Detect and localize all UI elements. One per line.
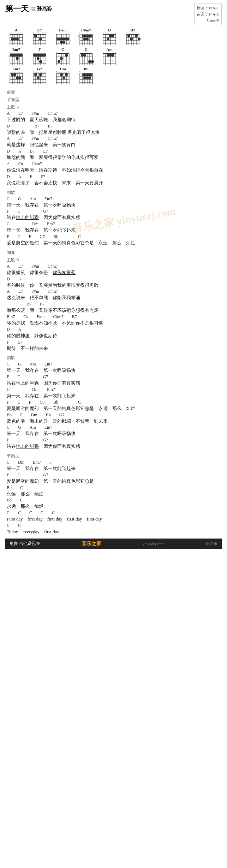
chord-line: A E7 F#m C#m7 bbox=[7, 264, 220, 269]
lyric: 尴尬的我 看 爱哭得很犟学的你其实很可爱 bbox=[7, 154, 220, 161]
chord-line: F C G7 bbox=[7, 374, 220, 380]
svg-rect-117 bbox=[33, 54, 46, 57]
svg-point-87 bbox=[127, 34, 130, 37]
svg-text:○: ○ bbox=[68, 52, 70, 54]
section-rhythm: 节奏型 bbox=[7, 97, 220, 103]
svg-point-27 bbox=[39, 37, 42, 40]
svg-point-132 bbox=[58, 60, 60, 63]
svg-point-222 bbox=[86, 76, 89, 79]
svg-rect-42 bbox=[56, 38, 69, 40]
section-verse-a: 主歌 A bbox=[7, 104, 220, 110]
svg-point-190 bbox=[34, 73, 37, 76]
lyric: 期待 不一样的未来 bbox=[7, 345, 220, 352]
svg-point-73 bbox=[107, 37, 109, 40]
chord-line: C Dm Em7 bbox=[7, 221, 220, 227]
svg-point-90 bbox=[138, 37, 141, 40]
chord-line: A E7 F#m C#m7 bbox=[7, 136, 220, 141]
chord-line: F C G7 bbox=[7, 209, 220, 214]
svg-point-11 bbox=[13, 37, 16, 40]
svg-text:×: × bbox=[126, 32, 127, 34]
divider bbox=[5, 87, 222, 87]
svg-text:○: ○ bbox=[9, 32, 11, 34]
chord-line: A E7 F#m C#m7 bbox=[7, 289, 220, 294]
page: 第一天 唱 孙燕姿 原调：1=A-C 选调：1=A-C Capo=0 A bbox=[0, 0, 227, 553]
section-chorus1: 副歌 bbox=[7, 190, 220, 196]
tuning-box: 原调：1=A-C 选调：1=A-C Capo=0 bbox=[194, 4, 222, 25]
lyric: 就是这样 回忆起来 第一次背白 bbox=[7, 141, 220, 149]
svg-point-192 bbox=[37, 76, 40, 79]
svg-point-119 bbox=[39, 60, 42, 63]
chord-F: F bbox=[29, 47, 50, 65]
chord-G: G ○ bbox=[75, 47, 97, 65]
chord-line: B7 E7 bbox=[7, 302, 220, 307]
footer-left: 更多 吉他谱已在 bbox=[10, 541, 40, 547]
chord-line: D A B7 E7 bbox=[7, 149, 220, 154]
svg-point-178 bbox=[16, 76, 19, 79]
chord-Em7: Em7 bbox=[5, 67, 27, 85]
chord-line: C G Am Em7 bbox=[7, 425, 220, 430]
svg-text:○: ○ bbox=[105, 52, 106, 54]
svg-point-179 bbox=[18, 76, 21, 79]
svg-point-104 bbox=[16, 57, 19, 60]
lyric: 第一天 我存在 第一次能飞起来 bbox=[7, 465, 220, 472]
chord-Bb: Bb × bbox=[75, 67, 97, 85]
lyric: 第一天 我存在 第一次能飞起来 bbox=[7, 227, 220, 234]
svg-text:2: 2 bbox=[8, 54, 9, 57]
svg-text:○: ○ bbox=[45, 32, 47, 34]
section-rhythm2: 节奏型 bbox=[7, 453, 220, 459]
chord-A: A ○ ○ ○ bbox=[5, 28, 27, 46]
chord-Am: Am × ○ ○ bbox=[98, 47, 120, 65]
svg-text:×: × bbox=[9, 52, 11, 54]
svg-text:4: 4 bbox=[78, 35, 79, 38]
svg-point-204 bbox=[60, 73, 63, 76]
chord-row-3: Em7 G7 bbox=[5, 67, 222, 85]
chord-D: D × × ○ bbox=[98, 28, 120, 46]
svg-text:×: × bbox=[102, 52, 104, 54]
svg-text:○: ○ bbox=[32, 32, 34, 34]
svg-point-10 bbox=[11, 37, 14, 40]
section-interlude: 间奏 bbox=[7, 250, 220, 256]
svg-point-162 bbox=[112, 54, 114, 57]
svg-text:○: ○ bbox=[86, 52, 88, 54]
chord-line: D B7 E7 bbox=[7, 124, 220, 129]
svg-text:×: × bbox=[56, 71, 57, 73]
svg-point-71 bbox=[109, 34, 112, 37]
footer: 更多 吉他谱已在 音乐之家 yinyuezj.com/ 乐之家 bbox=[5, 539, 222, 549]
chord-line: A C# C#m7 bbox=[7, 161, 220, 167]
chord-line: C C bbox=[7, 523, 220, 528]
chord-row-2: Bm7 × 2 F bbox=[5, 47, 222, 65]
svg-text:×: × bbox=[102, 32, 104, 34]
chord-line: Bm7 C# F#m C#m7 B7 bbox=[7, 314, 220, 320]
footer-url: yinyuezj.com/ bbox=[143, 542, 165, 546]
svg-text:○: ○ bbox=[115, 52, 117, 54]
lyric: 你说活在明天 活在期待 不如活得今天很自在 bbox=[7, 167, 220, 174]
svg-point-43 bbox=[60, 41, 63, 43]
lyric: 站在地上的脚踝 因为你而有真实感 bbox=[7, 443, 220, 450]
lyric: 站在地上的脚踝 因为你而有真实感 bbox=[7, 214, 220, 221]
chord-E7: E7 ○ ○ ○ ○ bbox=[29, 28, 50, 46]
section-chorus2: 副歌 bbox=[7, 355, 220, 361]
chord-Csharpm7: C#m7 × 4 bbox=[75, 28, 97, 46]
lyric: 你很痛笑 你很奋怒 你头发很蓝 bbox=[7, 269, 220, 277]
tuning2: 选调：1=A-C bbox=[197, 11, 219, 18]
lyric-today: Today everyday first day bbox=[7, 528, 220, 536]
svg-text:○: ○ bbox=[133, 32, 135, 34]
lyric: 唱歌的雀 噪 把星星都吵醒 月光晒了很凉快 bbox=[7, 129, 220, 136]
chord-line: A E7 F#m C#m7 bbox=[7, 111, 220, 116]
lyric: 下过雨的 夏天傍晚 我都会期待 bbox=[7, 116, 220, 124]
svg-text:○: ○ bbox=[42, 32, 44, 34]
lyric: 爱是腾空的魔幻 第一天的纯真色彩它总是 bbox=[7, 478, 220, 485]
svg-text:○: ○ bbox=[115, 32, 117, 34]
svg-text:2: 2 bbox=[55, 37, 55, 40]
footer-brand: 音乐之家 bbox=[82, 541, 101, 547]
svg-point-160 bbox=[107, 54, 109, 57]
svg-rect-220 bbox=[82, 73, 92, 76]
chord-B7: B7 × ○ bbox=[122, 28, 144, 46]
artist-name: 孙燕姿 bbox=[37, 6, 52, 12]
svg-point-148 bbox=[91, 60, 94, 63]
chord-Fsharpm: F#m 2 bbox=[52, 28, 74, 46]
capo: Capo=0 bbox=[197, 17, 219, 24]
svg-point-205 bbox=[65, 73, 68, 76]
chord-line: D A bbox=[7, 327, 220, 332]
chord-C: C × ○ bbox=[52, 47, 74, 65]
